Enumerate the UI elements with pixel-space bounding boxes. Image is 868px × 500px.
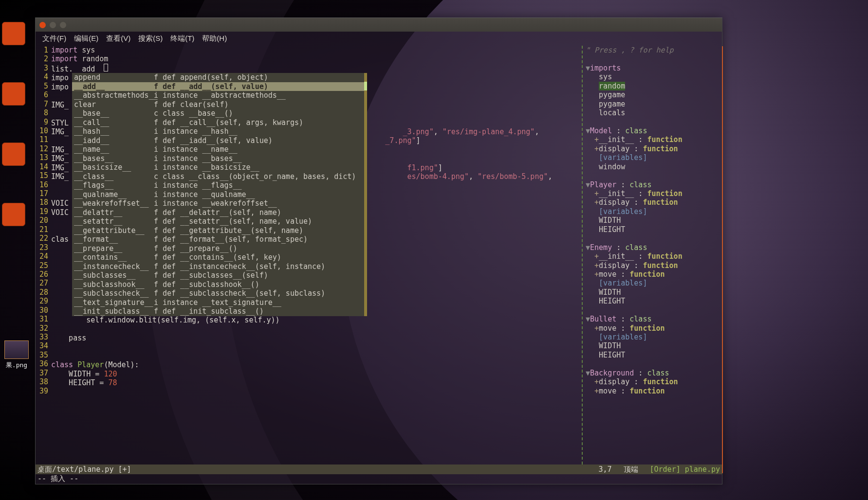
autocomplete-item[interactable]: __text_signature__iinstance __text_signa… — [72, 298, 364, 307]
autocomplete-item[interactable]: __getattribute__fdef __getattribute__(se… — [72, 226, 364, 235]
launcher-app-icon[interactable] — [2, 203, 25, 226]
maximize-icon[interactable] — [60, 22, 66, 28]
autocomplete-item[interactable]: __name__iinstance __name__ — [72, 145, 364, 154]
autocomplete-item[interactable]: __abstractmethods__iinstance __abstractm… — [72, 91, 364, 100]
autocomplete-item[interactable]: __flags__iinstance __flags__ — [72, 181, 364, 190]
launcher-app-icon[interactable] — [2, 82, 25, 106]
autocomplete-item[interactable]: __weakrefoffset__iinstance __weakrefoffs… — [72, 199, 364, 208]
launcher-app-icon[interactable] — [2, 143, 25, 166]
menu-terminal[interactable]: 终端(T) — [167, 33, 197, 44]
terminal-window: 文件(F) 编辑(E) 查看(V) 搜索(S) 终端(T) 帮助(H) 1 2 … — [35, 18, 722, 484]
autocomplete-item[interactable]: __contains__fdef __contains__(self, key) — [72, 253, 364, 262]
autocomplete-item[interactable]: clearfdef clear(self) — [72, 100, 364, 109]
autocomplete-item[interactable]: __subclasscheck__fdef __subclasscheck__(… — [72, 289, 364, 298]
autocomplete-item[interactable]: __init_subclass__fdef __init_subclass__(… — [72, 307, 364, 316]
autocomplete-item[interactable]: __basicsize__iinstance __basicsize__ — [72, 163, 364, 172]
autocomplete-item[interactable]: __bases__iinstance __bases__ — [72, 154, 364, 163]
autocomplete-item[interactable]: __format__fdef __format__(self, format_s… — [72, 235, 364, 244]
autocomplete-item[interactable]: __call__fdef __call__(self, args, kwargs… — [72, 118, 364, 127]
status-cursor-pos: 3,7 — [598, 465, 611, 474]
menu-view[interactable]: 查看(V) — [103, 33, 133, 44]
autocomplete-item[interactable]: __qualname__iinstance __qualname__ — [72, 190, 364, 199]
autocomplete-item[interactable]: appendfdef append(self, object) — [72, 73, 364, 82]
menubar: 文件(F) 编辑(E) 查看(V) 搜索(S) 终端(T) 帮助(H) — [36, 32, 722, 46]
launcher-app-icon[interactable] — [2, 22, 25, 45]
menu-file[interactable]: 文件(F) — [39, 33, 69, 44]
autocomplete-item[interactable]: __add__fdef __add__(self, value) — [72, 82, 364, 91]
tagbar[interactable]: " Press , ? for help ▼imports sys random… — [582, 46, 722, 464]
autocomplete-item[interactable]: __iadd__fdef __iadd__(self, value) — [72, 136, 364, 145]
status-right-file: [Order] plane.py — [650, 465, 720, 474]
code-area[interactable]: import sys import random list.__add__ im… — [51, 46, 582, 464]
line-number-gutter: 1 2 3 4 5 6 7 8 9 10 11 12 13 14 15 16 1… — [36, 46, 51, 464]
titlebar[interactable] — [36, 18, 722, 32]
autocomplete-item[interactable]: __subclasses__fdef __subclasses__(self) — [72, 271, 364, 280]
status-file: 桌面/text/plane.py [+] — [37, 465, 131, 474]
menu-search[interactable]: 搜索(S) — [135, 33, 166, 44]
autocomplete-item[interactable]: __hash__iinstance __hash__ — [72, 127, 364, 136]
autocomplete-item[interactable]: __prepare__fdef __prepare__() — [72, 244, 364, 253]
mode-line: -- 插入 -- — [36, 474, 722, 484]
desktop-file[interactable]: 果.png — [2, 340, 31, 370]
menu-help[interactable]: 帮助(H) — [199, 33, 230, 44]
autocomplete-item[interactable]: __delattr__fdef __delattr__(self, name) — [72, 208, 364, 217]
menu-edit[interactable]: 编辑(E) — [71, 33, 101, 44]
autocomplete-item[interactable]: __subclasshook__fdef __subclasshook__() — [72, 280, 364, 289]
launcher — [2, 22, 27, 226]
autocomplete-item[interactable]: __setattr__fdef __setattr__(self, name, … — [72, 217, 364, 226]
autocomplete-item[interactable]: __instancecheck__fdef __instancecheck__(… — [72, 262, 364, 271]
autocomplete-item[interactable]: __class__cclass __class__(object_or_name… — [72, 172, 364, 181]
thumbnail-icon — [4, 340, 29, 359]
statusbar: 桌面/text/plane.py [+] 3,7 顶端 [Order] plan… — [36, 464, 722, 474]
mode-text: -- 插入 -- — [37, 474, 78, 483]
minimize-icon[interactable] — [50, 22, 56, 28]
autocomplete-popup[interactable]: appendfdef append(self, object)__add__fd… — [72, 73, 367, 316]
editor: 1 2 3 4 5 6 7 8 9 10 11 12 13 14 15 16 1… — [36, 46, 722, 464]
status-scroll: 顶端 — [624, 465, 638, 474]
main-pane: 1 2 3 4 5 6 7 8 9 10 11 12 13 14 15 16 1… — [36, 46, 582, 464]
desktop-file-label: 果.png — [2, 361, 31, 370]
autocomplete-item[interactable]: __base__cclass __base__() — [72, 109, 364, 118]
close-icon[interactable] — [39, 22, 46, 28]
window-border — [722, 46, 723, 473]
